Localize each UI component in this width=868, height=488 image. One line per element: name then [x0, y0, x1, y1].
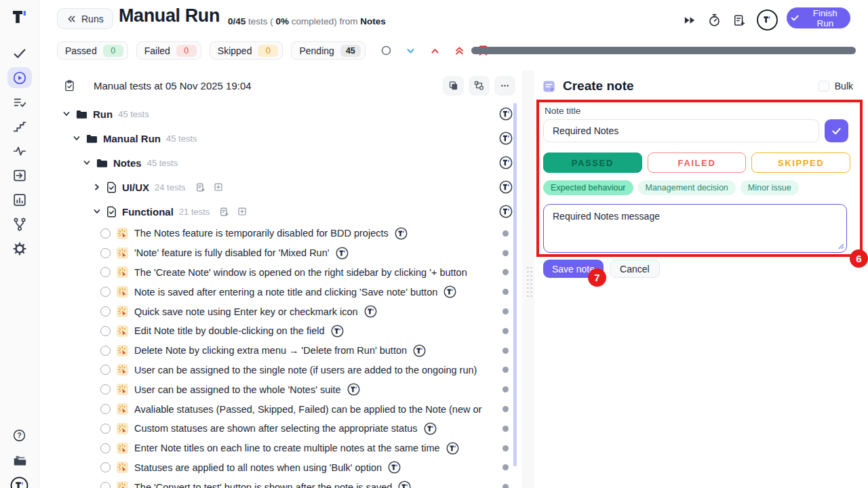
test-row[interactable]: User can be assigned to the whole 'Notes… — [57, 380, 515, 399]
sidebar-item-runs[interactable] — [7, 67, 32, 88]
suite-logo-link[interactable] — [499, 156, 513, 169]
add-test-icon[interactable] — [214, 182, 223, 192]
chevron-icon[interactable] — [93, 183, 101, 191]
filter-chip[interactable]: Passed 0 — [57, 41, 128, 60]
test-radio[interactable] — [100, 228, 111, 239]
test-row[interactable]: The Notes feature is temporarily disable… — [57, 224, 515, 243]
sidebar-item-activity[interactable] — [7, 140, 32, 161]
status-button[interactable]: SKIPPED — [751, 152, 850, 173]
test-radio[interactable] — [100, 384, 111, 394]
tree-scrollbar[interactable] — [513, 103, 517, 466]
test-logo-link[interactable] — [336, 247, 349, 260]
expand-all-up-button[interactable] — [454, 45, 465, 56]
test-radio[interactable] — [100, 267, 111, 277]
test-logo-link[interactable] — [364, 305, 377, 318]
help-button[interactable]: ? — [7, 425, 32, 446]
test-logo-link[interactable] — [413, 344, 426, 357]
test-radio[interactable] — [100, 424, 111, 434]
bulk-checkbox[interactable] — [818, 81, 829, 92]
test-logo-link[interactable] — [388, 461, 401, 474]
timer-button[interactable] — [707, 13, 722, 27]
add-note-icon[interactable] — [195, 182, 205, 192]
note-tag[interactable]: Expected behaviour — [543, 180, 633, 195]
finish-run-button[interactable]: Finish Run — [787, 7, 850, 28]
sidebar-item-reports[interactable] — [7, 189, 32, 210]
more-options-button[interactable] — [494, 76, 515, 96]
suite-row[interactable]: Notes 45 tests — [57, 150, 515, 175]
test-radio[interactable] — [100, 326, 111, 336]
sidebar-item-tests[interactable] — [7, 43, 32, 64]
note-tag[interactable]: Minor issue — [741, 180, 799, 195]
projects-button[interactable] — [7, 450, 32, 471]
test-radio[interactable] — [100, 443, 111, 453]
sidebar-item-settings[interactable] — [7, 238, 32, 259]
test-radio[interactable] — [100, 462, 111, 472]
suite-logo-link[interactable] — [499, 180, 513, 194]
add-note-icon[interactable] — [219, 207, 229, 217]
app-logo[interactable] — [11, 6, 28, 28]
note-tag[interactable]: Management decision — [638, 180, 736, 195]
test-logo-link[interactable] — [398, 481, 411, 488]
test-row[interactable]: Enter Note titles on each line to create… — [57, 439, 515, 458]
test-row[interactable]: Avaliable statuses (Passed, Skipped, Fai… — [57, 399, 515, 419]
test-row[interactable]: Edit Note title by double-clicking on th… — [57, 321, 515, 341]
test-radio[interactable] — [100, 404, 111, 414]
test-row[interactable]: Quick save note using Enter key or check… — [57, 302, 515, 321]
chevron-icon[interactable] — [83, 159, 91, 167]
expand-up-button[interactable] — [430, 47, 440, 55]
sidebar-item-plans[interactable] — [7, 92, 32, 113]
test-radio[interactable] — [100, 365, 111, 375]
suite-row[interactable]: UI/UX 24 tests — [57, 175, 515, 199]
filter-chip[interactable]: Pending 45 — [291, 41, 365, 60]
resize-handle-icon[interactable] — [837, 242, 844, 249]
test-radio[interactable] — [100, 482, 111, 488]
run-logo-badge[interactable] — [757, 9, 778, 30]
chevron-icon[interactable] — [62, 110, 71, 118]
test-row[interactable]: Delete Note by clicking extra menu → 'De… — [57, 341, 515, 361]
suite-row[interactable]: Manual Run 45 tests — [57, 126, 515, 150]
test-logo-link[interactable] — [347, 383, 360, 396]
test-row[interactable]: Note is saved after entering a note titl… — [57, 282, 515, 302]
test-logo-link[interactable] — [443, 285, 456, 298]
sidebar-item-branches[interactable] — [7, 214, 32, 235]
test-row[interactable]: The 'Convert to test' button is shown af… — [57, 477, 515, 488]
test-row[interactable]: The 'Create Note' window is opened on th… — [57, 263, 515, 283]
add-test-icon[interactable] — [237, 207, 247, 216]
suite-logo-link[interactable] — [499, 131, 513, 145]
chevron-icon[interactable] — [93, 207, 101, 216]
fast-forward-button[interactable] — [684, 15, 696, 26]
suite-row[interactable]: Functional 21 tests — [57, 199, 515, 224]
test-logo-link[interactable] — [395, 227, 408, 240]
note-message-textarea[interactable]: Required Notes message — [543, 204, 847, 253]
bulk-toggle[interactable]: Bulk — [818, 81, 853, 92]
quick-save-button[interactable] — [825, 119, 848, 142]
filter-chip[interactable]: Failed 0 — [136, 41, 201, 60]
note-title-input[interactable] — [543, 119, 819, 142]
chevron-icon[interactable] — [73, 134, 81, 142]
status-button[interactable]: PASSED — [543, 152, 642, 173]
status-button[interactable]: FAILED — [648, 152, 747, 173]
sidebar-item-steps[interactable] — [7, 116, 32, 137]
test-logo-link[interactable] — [424, 422, 437, 435]
unmark-status-button[interactable] — [381, 45, 391, 56]
test-row[interactable]: 'Note' feature is fully disabled for 'Mi… — [57, 243, 515, 263]
test-radio[interactable] — [100, 248, 111, 258]
sidebar-item-import[interactable] — [7, 165, 32, 186]
cancel-button[interactable]: Cancel — [610, 260, 660, 278]
test-logo-link[interactable] — [331, 325, 344, 338]
add-note-button[interactable] — [732, 14, 746, 27]
filter-chip[interactable]: Skipped 0 — [210, 41, 283, 60]
test-row[interactable]: Custom statuses are shown after selectin… — [57, 419, 515, 439]
test-row[interactable]: Statuses are applied to all notes when u… — [57, 458, 515, 478]
collapse-all-button[interactable] — [406, 47, 416, 55]
tree-view-button[interactable] — [469, 76, 490, 96]
test-radio[interactable] — [100, 346, 111, 356]
divider-drag-handle[interactable] — [526, 266, 532, 300]
suite-logo-link[interactable] — [499, 205, 513, 218]
copy-button[interactable] — [443, 76, 464, 96]
test-logo-link[interactable] — [446, 442, 459, 455]
suite-row[interactable]: Run 45 tests — [57, 102, 515, 126]
back-to-runs-button[interactable]: Runs — [57, 8, 113, 29]
suite-logo-link[interactable] — [499, 107, 513, 121]
test-radio[interactable] — [100, 306, 111, 317]
